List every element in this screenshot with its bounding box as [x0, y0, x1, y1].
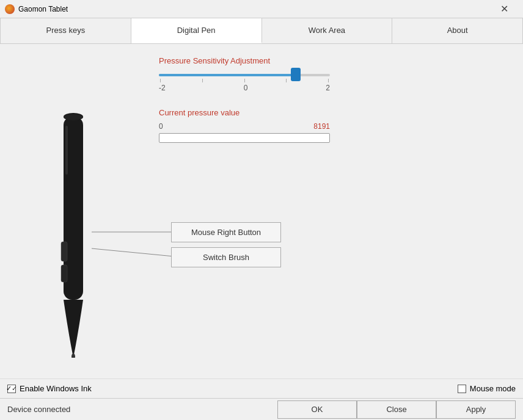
- pressure-bar-labels: 0 8191: [159, 122, 330, 131]
- enable-windows-ink-checkbox[interactable]: ✓: [7, 385, 16, 393]
- pressure-sensitivity-label: Pressure Sensitivity Adjustment: [159, 56, 505, 65]
- title-bar-left: Gaomon Tablet: [5, 4, 68, 14]
- tick: [244, 79, 245, 82]
- svg-rect-3: [61, 242, 67, 261]
- pressure-slider-thumb[interactable]: [291, 68, 301, 81]
- action-buttons: OK Close Apply: [277, 400, 516, 419]
- apply-button[interactable]: Apply: [436, 400, 516, 419]
- status-bar: Device connected OK Close Apply: [0, 398, 523, 420]
- window-close-button[interactable]: ✕: [490, 1, 518, 17]
- tick: [202, 79, 203, 82]
- svg-rect-2: [65, 126, 68, 175]
- svg-point-5: [71, 353, 75, 358]
- slider-mid-label: 0: [244, 84, 248, 92]
- slider-labels: -2 0 2: [159, 84, 330, 92]
- tab-work-area[interactable]: Work Area: [262, 18, 393, 43]
- slider-max-label: 2: [326, 84, 330, 92]
- tab-bar: Press keys Digital Pen Work Area About: [0, 18, 523, 44]
- current-pressure-label: Current pressure value: [159, 108, 505, 117]
- current-pressure-section: Current pressure value 0 8191: [159, 108, 505, 143]
- tick-marks: [159, 79, 330, 82]
- tab-about[interactable]: About: [392, 18, 523, 43]
- svg-point-6: [64, 114, 83, 120]
- enable-windows-ink-label[interactable]: ✓ Enable Windows Ink: [7, 384, 92, 393]
- tab-press-keys[interactable]: Press keys: [0, 18, 131, 43]
- pressure-section: Pressure Sensitivity Adjustment -2: [159, 56, 505, 96]
- buttons-section: Mouse Right Button Switch Brush: [159, 222, 505, 267]
- title-text: Gaomon Tablet: [18, 5, 68, 13]
- mouse-mode-text: Mouse mode: [470, 384, 516, 393]
- mouse-mode-label[interactable]: Mouse mode: [458, 384, 516, 393]
- pressure-bar: [159, 133, 330, 143]
- tick: [328, 79, 329, 82]
- ok-button[interactable]: OK: [277, 400, 357, 419]
- pressure-slider-track[interactable]: [159, 74, 330, 76]
- tick: [286, 79, 287, 82]
- pen-illustration: [49, 65, 98, 358]
- svg-rect-4: [61, 265, 67, 282]
- close-button[interactable]: Close: [357, 400, 436, 419]
- pressure-max-value: 8191: [313, 122, 330, 131]
- slider-container: -2 0 2: [159, 74, 505, 92]
- mouse-right-button-btn[interactable]: Mouse Right Button: [171, 222, 281, 242]
- enable-windows-ink-text: Enable Windows Ink: [20, 384, 92, 393]
- mouse-mode-checkbox[interactable]: [458, 385, 466, 393]
- switch-brush-button-btn[interactable]: Switch Brush: [171, 247, 281, 267]
- app-icon: [5, 4, 15, 14]
- slider-min-label: -2: [159, 84, 166, 92]
- tab-digital-pen[interactable]: Digital Pen: [131, 18, 262, 43]
- main-content: Pressure Sensitivity Adjustment -2: [0, 44, 523, 378]
- status-text: Device connected: [7, 405, 277, 414]
- tick: [160, 79, 161, 82]
- pen-area: [6, 50, 141, 372]
- bottom-options: ✓ Enable Windows Ink Mouse mode: [0, 378, 523, 398]
- slider-fill: [159, 74, 296, 76]
- right-panel: Pressure Sensitivity Adjustment -2: [147, 50, 517, 372]
- title-bar: Gaomon Tablet ✕: [0, 0, 523, 18]
- pressure-min-value: 0: [159, 122, 163, 131]
